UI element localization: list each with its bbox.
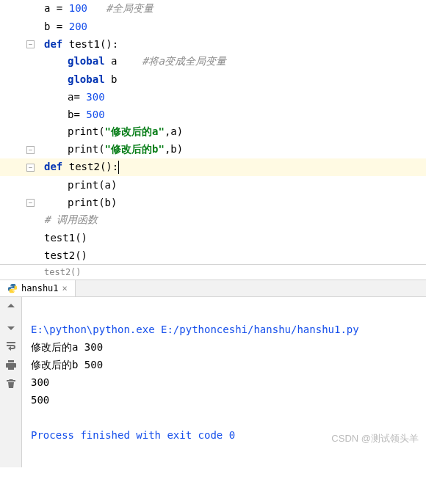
close-icon[interactable]: ×	[62, 283, 68, 293]
soft-wrap-icon[interactable]	[5, 340, 17, 351]
output-line: 300	[31, 376, 49, 388]
fold-end-icon[interactable]: −	[26, 146, 35, 154]
fold-icon[interactable]: −	[26, 40, 35, 48]
code-editor[interactable]: a = 100 #全局变量 b = 200 −def test1(): glob…	[0, 0, 426, 264]
tab-label: hanshu1	[21, 283, 59, 293]
tab-hanshu1[interactable]: hanshu1 ×	[0, 280, 76, 296]
trash-icon[interactable]	[5, 378, 17, 390]
tab-bar: hanshu1 ×	[0, 280, 426, 297]
text-cursor	[118, 161, 119, 174]
output-line: 修改后的a 300	[31, 341, 103, 353]
output-line: 修改后的b 500	[31, 359, 103, 370]
output-toolbar	[0, 297, 22, 467]
scroll-up-icon[interactable]	[5, 302, 17, 313]
watermark: CSDN @测试领头羊	[331, 432, 419, 445]
fold-end-icon[interactable]: −	[26, 199, 35, 207]
output-line: E:\python\python.exe E:/pythonceshi/hans…	[31, 324, 359, 335]
output-line: 500	[31, 394, 49, 406]
scroll-down-icon[interactable]	[5, 321, 17, 332]
print-icon[interactable]	[5, 359, 17, 370]
python-file-icon	[7, 283, 18, 293]
breadcrumb[interactable]: test2()	[0, 264, 426, 280]
output-line: Process finished with exit code 0	[31, 429, 235, 441]
fold-icon[interactable]: −	[26, 164, 35, 172]
